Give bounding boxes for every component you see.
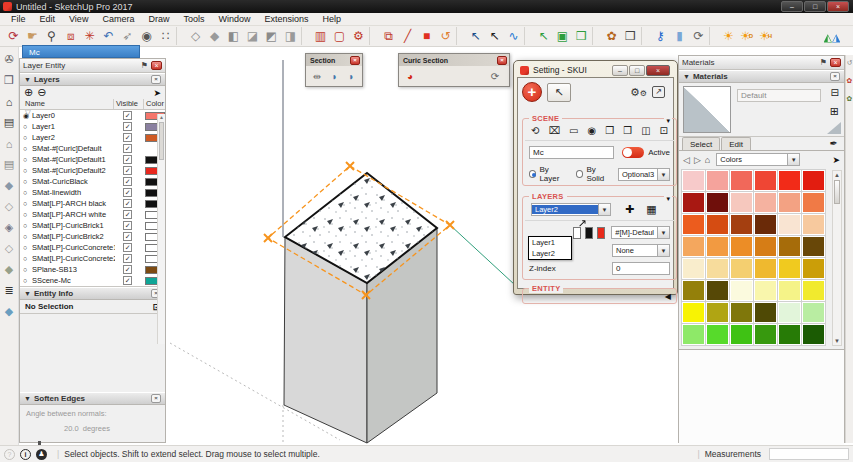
curic-toolbar-button[interactable] — [419, 68, 435, 84]
materials-tray-header[interactable]: Materials ⚑ × — [679, 56, 844, 70]
left-toolbar-button[interactable]: ◆ — [1, 301, 18, 322]
layer-row[interactable]: ○ SMat[LP]-ARCH black ✓ — [20, 198, 165, 209]
menu-item[interactable]: Tools — [176, 14, 211, 24]
toolbar-button[interactable]: ◉ — [136, 27, 155, 45]
left-toolbar-button[interactable]: ◇ — [1, 238, 18, 259]
toolbar-button[interactable] — [176, 27, 183, 45]
scrollbar-thumb[interactable] — [159, 122, 164, 160]
skui-titlebar[interactable]: Setting - SKUI – □ × — [517, 63, 674, 77]
menu-item[interactable]: Window — [211, 14, 257, 24]
color-swatch[interactable] — [754, 258, 777, 279]
materials-tab[interactable]: Edit — [721, 137, 751, 150]
curic-toolbar-button[interactable]: ◕ — [402, 68, 418, 84]
scene-action-icon[interactable]: ⌧ — [548, 125, 560, 136]
left-toolbar-button[interactable]: ✇ — [1, 49, 18, 70]
color-swatch[interactable] — [730, 302, 753, 323]
layer-radio[interactable]: ○ — [23, 200, 32, 207]
info-icon[interactable]: i — [20, 449, 31, 460]
toolbar-button[interactable]: ⧈ — [60, 27, 79, 45]
toolbar-button[interactable]: ▣ — [552, 27, 571, 45]
layer-tray-close-button[interactable]: × — [151, 61, 162, 70]
toolbar-button[interactable]: ⟳ — [688, 27, 707, 45]
entity-info-header[interactable]: ▼ Entity Info × — [20, 287, 165, 300]
toolbar-button[interactable] — [524, 27, 531, 45]
toolbar-button[interactable] — [369, 27, 376, 45]
color-swatch[interactable] — [706, 302, 729, 323]
toolbar-button[interactable]: ⧉ — [378, 27, 397, 45]
layer-dropdown-item[interactable]: Layer2 — [529, 248, 571, 259]
chevron-down-icon[interactable]: ▼ — [787, 154, 799, 165]
layer-radio[interactable]: ○ — [23, 211, 32, 218]
skui-open-external-button[interactable]: ↗ — [652, 86, 665, 98]
color-swatch[interactable] — [706, 280, 729, 301]
toolbar-button[interactable]: ↖ — [484, 27, 503, 45]
layer-visible-checkbox[interactable]: ✓ — [123, 188, 132, 197]
color-swatch[interactable] — [754, 302, 777, 323]
layer-radio[interactable]: ○ — [23, 233, 32, 240]
scene-action-icon[interactable]: ⟲ — [531, 125, 539, 136]
section-toolbar-titlebar[interactable]: Section × — [306, 54, 362, 66]
layer-visible-checkbox[interactable]: ✓ — [123, 243, 132, 252]
toolbar-button[interactable]: ☛ — [22, 27, 41, 45]
skui-select-button[interactable]: ↖ — [547, 83, 571, 102]
color-swatch[interactable] — [730, 258, 753, 279]
toolbar-button[interactable]: ↖ — [533, 27, 552, 45]
left-toolbar-button[interactable]: ⌂ — [1, 91, 18, 112]
layer-row[interactable]: ○ Layer1 ✓ — [20, 121, 165, 132]
left-toolbar-button[interactable]: ◈ — [1, 217, 18, 238]
layer-row[interactable]: ○ SMat[LP]-CuricConcrete2 ✓ — [20, 253, 165, 264]
layers-section-header[interactable]: ▼ Layers × — [20, 73, 165, 86]
layer-radio[interactable]: ○ — [23, 277, 32, 284]
geolocation-icon[interactable]: ♟ — [36, 449, 47, 460]
pin-icon[interactable]: ⚑ — [820, 58, 827, 67]
color-swatch[interactable] — [778, 302, 801, 323]
layer-row[interactable]: ○ SMat-linewidth ✓ — [20, 187, 165, 198]
layer-visible-checkbox[interactable]: ✓ — [123, 166, 132, 175]
layer-row[interactable]: ○ Layer2 ✓ — [20, 132, 165, 143]
color-swatch[interactable] — [706, 170, 729, 191]
layer-dropdown-item[interactable]: Layer1 — [529, 237, 571, 248]
toolbar-button[interactable] — [592, 27, 599, 45]
toolbar-button[interactable]: ■ — [416, 27, 435, 45]
material-name-field[interactable]: Default — [737, 89, 821, 102]
layer-radio[interactable]: ○ — [23, 156, 32, 163]
color-swatch[interactable] — [706, 258, 729, 279]
toolbar-button[interactable]: ∷ — [155, 27, 174, 45]
color-swatch[interactable] — [754, 280, 777, 301]
layer-row[interactable]: ○ SPlane-SB13 ✓ — [20, 264, 165, 275]
layer-row[interactable]: ○ SMat-CuricBlack ✓ — [20, 176, 165, 187]
scene-action-icon[interactable]: ◉ — [587, 125, 596, 136]
layer-visible-checkbox[interactable]: ✓ — [123, 133, 132, 142]
menu-item[interactable]: Draw — [141, 14, 176, 24]
color-swatch[interactable] — [778, 258, 801, 279]
soften-edges-header[interactable]: ▼ Soften Edges × — [20, 392, 165, 405]
color-swatch[interactable] — [778, 192, 801, 213]
remove-layer-button[interactable]: ⊖ — [37, 86, 46, 99]
active-toggle[interactable] — [622, 147, 644, 158]
mirror-tool-button[interactable]: ◭◮ — [819, 28, 845, 46]
color-swatch[interactable] — [730, 170, 753, 191]
column-visible[interactable]: Visible — [113, 99, 143, 109]
left-toolbar-button[interactable]: ▤ — [1, 154, 18, 175]
layer-radio[interactable]: ○ — [23, 145, 32, 152]
chevron-down-icon[interactable]: ▼ — [598, 204, 610, 215]
color-swatch[interactable] — [682, 302, 705, 323]
by-solid-radio[interactable] — [576, 170, 583, 178]
materials-tab[interactable]: Select — [682, 137, 720, 150]
toolbar-button[interactable]: ✳ — [79, 27, 98, 45]
chevron-down-icon[interactable]: ▼ — [657, 245, 669, 256]
menu-item[interactable]: Extensions — [257, 14, 315, 24]
toolbar-button[interactable]: ↶ — [98, 27, 117, 45]
layer-visible-checkbox[interactable]: ✓ — [123, 265, 132, 274]
toolbar-button[interactable]: ╱ — [397, 27, 416, 45]
curic-toolbar-button[interactable]: ⟳ — [487, 68, 503, 84]
line-weight-dropdown[interactable]: None ▼ — [612, 244, 670, 257]
maximize-button[interactable]: □ — [804, 1, 826, 12]
material-preview-swatch[interactable] — [683, 86, 731, 133]
layer-visible-checkbox[interactable]: ✓ — [123, 177, 132, 186]
layer-radio[interactable]: ○ — [23, 178, 32, 185]
curic-toolbar-titlebar[interactable]: Curic Section × — [399, 54, 509, 66]
scene-action-icon[interactable]: ▭ — [569, 125, 578, 136]
color-swatch[interactable] — [682, 258, 705, 279]
scene-action-icon[interactable]: ❒ — [623, 125, 632, 136]
